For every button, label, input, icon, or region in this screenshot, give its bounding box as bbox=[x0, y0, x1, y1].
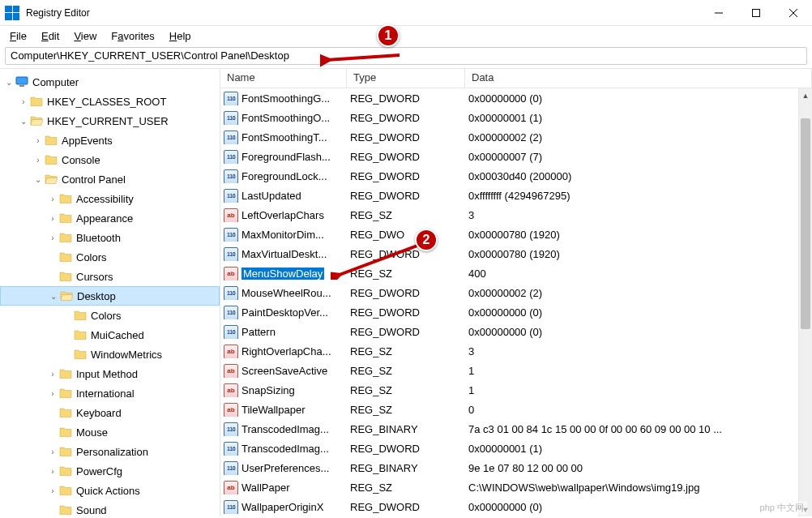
column-type[interactable]: Type bbox=[347, 69, 465, 88]
value-data: 0x00000001 (1) bbox=[465, 112, 812, 124]
list-row[interactable]: 110WallpaperOriginXREG_DWORD0x00000000 (… bbox=[220, 497, 812, 516]
close-button[interactable] bbox=[775, 0, 812, 26]
tree-item[interactable]: ›HKEY_CLASSES_ROOT bbox=[0, 92, 220, 111]
tree-item[interactable]: ›Colors bbox=[0, 306, 220, 325]
list-row[interactable]: 110LastUpdatedREG_DWORD0xffffffff (42949… bbox=[220, 186, 812, 205]
tree-item[interactable]: ›Appearance bbox=[0, 208, 220, 228]
list-row[interactable]: 110TranscodedImag...REG_BINARY7a c3 01 0… bbox=[220, 419, 812, 439]
minimize-button[interactable] bbox=[700, 0, 737, 26]
binary-value-icon: 110 bbox=[224, 130, 238, 144]
value-type: REG_DWORD bbox=[347, 443, 465, 455]
tree-item[interactable]: ›PowerCfg bbox=[0, 461, 220, 481]
tree-item[interactable]: ›AppEvents bbox=[0, 131, 220, 150]
tree-item[interactable]: ›Keyboard bbox=[0, 403, 220, 422]
tree-pane[interactable]: ⌄Computer›HKEY_CLASSES_ROOT⌄HKEY_CURRENT… bbox=[0, 69, 220, 516]
binary-value-icon: 110 bbox=[224, 441, 238, 456]
tree-item[interactable]: ›Bluetooth bbox=[0, 228, 220, 247]
chevron-right-icon[interactable]: › bbox=[32, 136, 44, 145]
maximize-button[interactable] bbox=[737, 0, 775, 26]
chevron-right-icon[interactable]: › bbox=[47, 195, 58, 203]
chevron-right-icon[interactable]: › bbox=[47, 389, 58, 398]
list-row[interactable]: 110MouseWheelRou...REG_DWORD0x00000002 (… bbox=[220, 283, 812, 302]
tree-item[interactable]: ›Colors bbox=[0, 247, 220, 267]
menu-edit[interactable]: Edit bbox=[35, 28, 66, 44]
folder-icon bbox=[58, 269, 73, 284]
tree-item[interactable]: ›Console bbox=[0, 150, 220, 169]
tree-item[interactable]: ›Sound bbox=[0, 500, 220, 516]
tree-item[interactable]: ›Cursors bbox=[0, 267, 220, 286]
tree-item[interactable]: ›Accessibility bbox=[0, 189, 220, 208]
value-data: 1 bbox=[465, 384, 812, 396]
computer-icon bbox=[15, 75, 29, 89]
chevron-right-icon[interactable]: › bbox=[47, 233, 58, 242]
list-row[interactable]: 110FontSmoothingT...REG_DWORD0x00000002 … bbox=[220, 127, 812, 147]
list-row[interactable]: 110MaxVirtualDeskt...REG_DWORD0x00000780… bbox=[220, 244, 812, 263]
list-row[interactable]: 110FontSmoothingO...REG_DWORD0x00000001 … bbox=[220, 108, 812, 127]
value-name: PaintDesktopVer... bbox=[241, 306, 328, 319]
chevron-right-icon[interactable]: › bbox=[47, 486, 58, 495]
menu-favorites[interactable]: Favorites bbox=[105, 28, 160, 44]
list-row[interactable]: 110PaintDesktopVer...REG_DWORD0x00000000… bbox=[220, 302, 812, 322]
scroll-track[interactable] bbox=[799, 102, 812, 503]
chevron-right-icon[interactable]: › bbox=[47, 467, 58, 476]
value-type: REG_DWORD bbox=[347, 170, 465, 182]
chevron-right-icon[interactable]: › bbox=[47, 370, 58, 379]
list-row[interactable]: 110ForegroundFlash...REG_DWORD0x00000007… bbox=[220, 147, 812, 166]
list-row[interactable]: abTileWallpaperREG_SZ0 bbox=[220, 400, 812, 419]
value-data: 0x00000780 (1920) bbox=[465, 229, 812, 241]
tree-item[interactable]: ›Personalization bbox=[0, 442, 220, 461]
tree-item[interactable]: ›Quick Actions bbox=[0, 481, 220, 500]
tree-item-label: Desktop bbox=[77, 290, 116, 302]
value-type: REG_DWO bbox=[347, 229, 465, 241]
list-row[interactable]: 110FontSmoothingG...REG_DWORD0x00000000 … bbox=[220, 88, 812, 108]
list-row[interactable]: abSnapSizingREG_SZ1 bbox=[220, 380, 812, 400]
address-bar[interactable]: Computer\HKEY_CURRENT_USER\Control Panel… bbox=[5, 47, 807, 65]
chevron-down-icon[interactable]: ⌄ bbox=[3, 78, 15, 87]
value-name: ForegroundFlash... bbox=[241, 151, 331, 163]
list-row[interactable]: 110TranscodedImag...REG_DWORD0x00000001 … bbox=[220, 439, 812, 458]
chevron-down-icon[interactable]: ⌄ bbox=[18, 117, 29, 126]
tree-item[interactable]: ›International bbox=[0, 383, 220, 403]
list-row[interactable]: 110UserPreferences...REG_BINARY9e 1e 07 … bbox=[220, 458, 812, 477]
value-name: ForegroundLock... bbox=[241, 170, 327, 182]
string-value-icon: ab bbox=[224, 480, 238, 494]
list-row[interactable]: abLeftOverlapCharsREG_SZ3 bbox=[220, 205, 812, 225]
tree-item[interactable]: ›WindowMetrics bbox=[0, 345, 220, 364]
column-data[interactable]: Data bbox=[465, 69, 812, 88]
tree-item[interactable]: ›Mouse bbox=[0, 422, 220, 442]
tree-item[interactable]: ⌄HKEY_CURRENT_USER bbox=[0, 111, 220, 131]
chevron-down-icon[interactable]: ⌄ bbox=[48, 292, 59, 301]
vertical-scrollbar[interactable]: ▲ ▼ bbox=[798, 88, 812, 516]
list-row[interactable]: 110MaxMonitorDim...REG_DWO0x00000780 (19… bbox=[220, 225, 812, 244]
tree-item[interactable]: ⌄Control Panel bbox=[0, 169, 220, 189]
tree-item[interactable]: ⌄Computer bbox=[0, 72, 220, 92]
chevron-right-icon[interactable]: › bbox=[32, 156, 44, 165]
menu-file[interactable]: File bbox=[3, 28, 33, 44]
list-row[interactable]: abScreenSaveActiveREG_SZ1 bbox=[220, 361, 812, 380]
tree-item-label: Console bbox=[62, 154, 100, 166]
scroll-up-button[interactable]: ▲ bbox=[799, 88, 812, 102]
chevron-down-icon[interactable]: ⌄ bbox=[32, 175, 44, 184]
value-data: 0x00000001 (1) bbox=[465, 443, 812, 455]
menu-help[interactable]: Help bbox=[163, 28, 198, 44]
list-row[interactable]: abWallPaperREG_SZC:\WINDOWS\web\wallpape… bbox=[220, 477, 812, 497]
scroll-thumb[interactable] bbox=[801, 118, 810, 329]
chevron-right-icon[interactable]: › bbox=[18, 97, 29, 106]
folder-icon bbox=[73, 308, 88, 323]
value-name: LeftOverlapChars bbox=[241, 209, 324, 221]
chevron-right-icon[interactable]: › bbox=[47, 447, 58, 456]
list-row[interactable]: abMenuShowDelayREG_SZ400 bbox=[220, 263, 812, 283]
tree-item[interactable]: ›MuiCached bbox=[0, 325, 220, 345]
list-row[interactable]: abRightOverlapCha...REG_SZ3 bbox=[220, 341, 812, 361]
column-name[interactable]: Name bbox=[220, 69, 347, 88]
list-row[interactable]: 110PatternREG_DWORD0x00000000 (0) bbox=[220, 322, 812, 341]
list-pane[interactable]: Name Type Data 110FontSmoothingG...REG_D… bbox=[220, 69, 812, 516]
menu-view[interactable]: View bbox=[67, 28, 103, 44]
chevron-right-icon[interactable]: › bbox=[47, 214, 58, 223]
tree-item[interactable]: ⌄Desktop bbox=[0, 286, 220, 306]
value-type: REG_DWORD bbox=[347, 92, 465, 105]
binary-value-icon: 110 bbox=[224, 460, 238, 475]
list-row[interactable]: 110ForegroundLock...REG_DWORD0x00030d40 … bbox=[220, 166, 812, 186]
tree-item[interactable]: ›Input Method bbox=[0, 364, 220, 383]
value-type: REG_DWORD bbox=[347, 287, 465, 299]
